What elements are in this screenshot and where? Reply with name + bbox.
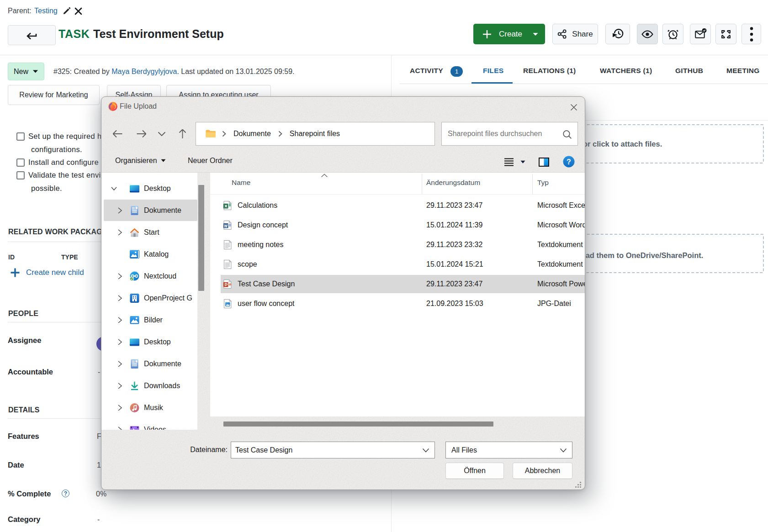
tree-item-dokumente2[interactable]: Dokumente [101, 353, 197, 375]
tab-meeting[interactable]: MEETING [726, 67, 760, 75]
edit-parent-pencil-icon[interactable] [62, 6, 71, 16]
tree-item-downloads[interactable]: Downloads [101, 375, 197, 397]
column-separator[interactable] [422, 174, 422, 194]
file-type: Textdokument [537, 241, 583, 249]
folder-tree: Desktop Dokumente Start [101, 173, 197, 430]
page-title[interactable]: Test Environment Setup [93, 27, 224, 41]
fullscreen-button[interactable] [715, 24, 736, 44]
column-header-type[interactable]: Typ [537, 179, 549, 187]
list-scrollbar-thumb[interactable] [223, 421, 493, 427]
related-col-id[interactable]: ID [8, 253, 15, 261]
tree-item-start[interactable]: Start [101, 221, 197, 243]
checkbox-2[interactable] [16, 158, 25, 167]
remove-parent-icon[interactable] [74, 7, 83, 16]
nav-forward-icon[interactable] [136, 122, 147, 146]
workflow-button-review[interactable]: Review for Marketing [8, 85, 100, 105]
firefox-icon [108, 101, 118, 111]
dialog-close-icon[interactable] [570, 104, 577, 111]
accountable-value[interactable]: - [98, 368, 100, 376]
date-value[interactable]: 1 [97, 461, 101, 469]
cancel-button[interactable]: Abbrechen [513, 463, 572, 479]
checkbox-1[interactable] [16, 132, 25, 141]
filetype-dropdown-chevron-icon[interactable] [560, 448, 567, 453]
activity-history-button[interactable] [605, 24, 630, 44]
related-col-type[interactable]: TYPE [61, 253, 78, 261]
tree-item-katalog[interactable]: Katalog [101, 243, 197, 265]
parent-link[interactable]: Testing [34, 7, 58, 15]
create-new-child-link[interactable]: Create new child [10, 267, 84, 278]
file-row-calculations[interactable]: Calculations 29.11.2023 23:47 Microsoft … [210, 195, 585, 215]
checklist-text: configurations. [31, 145, 82, 154]
column-header-date[interactable]: Änderungsdatum [426, 179, 480, 187]
watch-button[interactable] [637, 24, 658, 44]
chevron-down-icon[interactable] [111, 185, 117, 192]
back-button[interactable] [8, 25, 56, 45]
tree-item-openproject[interactable]: OpenProject G [101, 287, 197, 309]
file-row-test-case-design[interactable]: Test Case Design 29.11.2023 23:47 Micros… [210, 274, 585, 294]
nav-back-icon[interactable] [112, 122, 123, 146]
checkbox-3[interactable] [16, 171, 25, 179]
create-button[interactable]: Create [473, 24, 545, 44]
chevron-right-icon[interactable] [117, 404, 122, 411]
chevron-right-icon[interactable] [117, 295, 122, 302]
reminder-button[interactable] [662, 24, 683, 44]
create-caret-icon[interactable] [532, 32, 539, 37]
tree-item-desktop-root[interactable]: Desktop [101, 178, 197, 200]
preview-pane-icon[interactable] [539, 158, 549, 167]
organize-menu[interactable]: Organisieren [115, 157, 166, 165]
chevron-right-icon[interactable] [117, 338, 122, 346]
view-mode-caret-icon[interactable] [520, 160, 525, 164]
filename-combobox[interactable]: Test Case Design [231, 442, 435, 458]
chevron-right-icon[interactable] [117, 382, 122, 390]
address-bar[interactable]: Dokumente Sharepoint files [196, 122, 435, 146]
column-separator[interactable] [532, 174, 533, 194]
search-box[interactable]: Sharepoint files durchsuchen [441, 122, 578, 146]
chevron-right-icon[interactable] [117, 316, 122, 324]
nav-recent-chevron-icon[interactable] [157, 122, 166, 146]
filename-dropdown-chevron-icon[interactable] [422, 448, 429, 453]
column-header-name[interactable]: Name [232, 179, 250, 187]
tab-activity[interactable]: ACTIVITY [410, 67, 443, 75]
resize-grip[interactable] [575, 482, 582, 488]
tree-item-desktop2[interactable]: Desktop [101, 331, 197, 353]
tree-item-musik[interactable]: Musik [101, 397, 197, 419]
open-button[interactable]: Öffnen [445, 463, 504, 479]
tab-watchers[interactable]: WATCHERS (1) [600, 67, 652, 75]
new-folder-button[interactable]: Neuer Ordner [188, 157, 233, 165]
complete-value[interactable]: 0% [96, 490, 106, 498]
search-icon[interactable] [562, 130, 572, 139]
file-row-design-concept[interactable]: Design concept 15.01.2024 11:39 Microsof… [210, 215, 585, 235]
file-row-user-flow-concept[interactable]: user flow concept 21.09.2023 15:03 JPG-D… [210, 294, 585, 313]
nav-up-icon[interactable] [177, 122, 188, 146]
tab-files[interactable]: FILES [483, 67, 503, 75]
help-icon[interactable]: ? [563, 156, 575, 168]
tree-item-videos[interactable]: Videos [101, 419, 197, 430]
status-dropdown[interactable]: New [8, 63, 44, 80]
file-row-scope[interactable]: scope 15.01.2024 15:21 Textdokument [210, 254, 585, 274]
tab-relations[interactable]: RELATIONS (1) [523, 67, 576, 75]
complete-help-icon[interactable]: ? [62, 490, 69, 497]
chevron-right-icon[interactable] [117, 229, 122, 236]
more-menu-button[interactable] [742, 24, 761, 44]
tree-item-nextcloud[interactable]: Nextcloud [101, 265, 197, 287]
chevron-right-icon[interactable] [117, 426, 122, 430]
video-icon [129, 425, 140, 430]
chevron-right-icon[interactable] [117, 207, 122, 214]
tab-github[interactable]: GITHUB [675, 67, 703, 75]
breadcrumb-segment[interactable]: Dokumente [233, 130, 271, 138]
view-mode-icon[interactable] [504, 158, 514, 166]
file-row-meeting-notes[interactable]: meeting notes 29.11.2023 23:32 Textdokum… [210, 235, 585, 254]
share-button[interactable]: Share [552, 24, 598, 44]
meta-author-link[interactable]: Maya Berdygylyjova [111, 68, 177, 75]
filetype-select[interactable]: All Files [445, 442, 572, 458]
tree-item-dokumente[interactable]: Dokumente [101, 200, 197, 221]
chevron-right-icon[interactable] [117, 273, 122, 280]
mark-notifications-button[interactable] [690, 24, 711, 44]
image-file-icon [223, 299, 232, 308]
work-package-type[interactable]: TASK [58, 27, 90, 41]
tree-item-bilder[interactable]: Bilder [101, 309, 197, 331]
tree-scrollbar-thumb[interactable] [198, 185, 204, 291]
category-value[interactable]: - [97, 516, 100, 524]
chevron-right-icon[interactable] [117, 360, 122, 368]
breadcrumb-segment[interactable]: Sharepoint files [290, 130, 340, 138]
